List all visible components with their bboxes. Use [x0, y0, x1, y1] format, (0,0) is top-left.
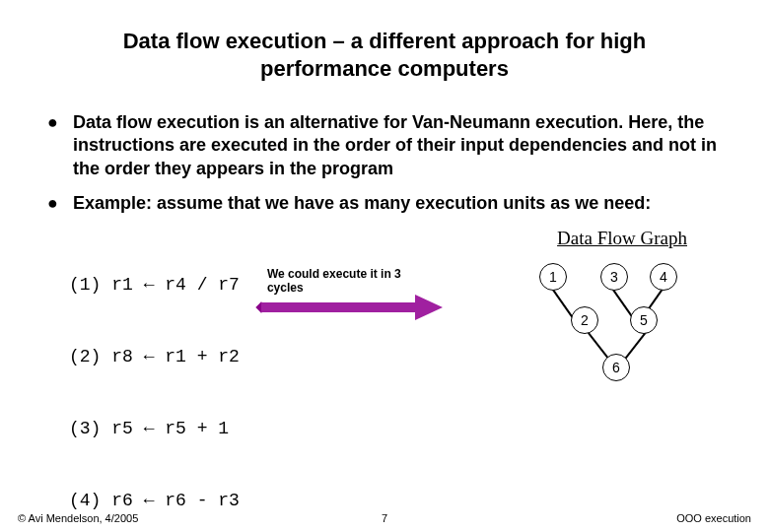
code-row: (1) r1 ← r4 / r7	[69, 273, 240, 297]
code-block: (1) r1 ← r4 / r7 (2) r8 ← r1 + r2 (3) r5…	[69, 226, 240, 532]
graph-node: 1	[539, 263, 567, 291]
arrow-icon	[257, 297, 445, 316]
example-area: (1) r1 ← r4 / r7 (2) r8 ← r1 + r2 (3) r5…	[69, 226, 732, 532]
cycle-note: We could execute it in 3 cycles	[267, 267, 405, 296]
graph-node: 2	[571, 306, 598, 334]
dataflow-graph: 1 3 4 2 5 6	[520, 255, 697, 398]
bullet-marker: ●	[47, 192, 73, 215]
graph-title: Data Flow Graph	[557, 228, 687, 249]
graph-node: 4	[650, 263, 677, 291]
slide-body: ● Data flow execution is an alternative …	[0, 92, 769, 532]
copyright-text: © Avi Mendelson, 4/2005	[18, 512, 138, 524]
graph-area: Data Flow Graph We could execute it in 3…	[240, 226, 732, 398]
page-number: 7	[382, 512, 387, 524]
bullet-2: ● Example: assume that we have as many e…	[47, 192, 732, 215]
code-row: (3) r5 ← r5 + 1	[69, 417, 240, 440]
bullet-marker: ●	[47, 111, 73, 180]
code-row: (2) r8 ← r1 + r2	[69, 345, 240, 368]
code-row: (4) r6 ← r6 - r3	[69, 489, 240, 512]
slide-title: Data flow execution – a different approa…	[0, 0, 769, 92]
footer-tag: OOO execution	[676, 512, 751, 524]
graph-node: 5	[630, 306, 658, 334]
bullet-text: Data flow execution is an alternative fo…	[73, 111, 732, 180]
graph-node: 3	[600, 263, 628, 291]
bullet-1: ● Data flow execution is an alternative …	[47, 111, 732, 180]
graph-node: 6	[602, 354, 630, 381]
bullet-text: Example: assume that we have as many exe…	[73, 192, 732, 215]
